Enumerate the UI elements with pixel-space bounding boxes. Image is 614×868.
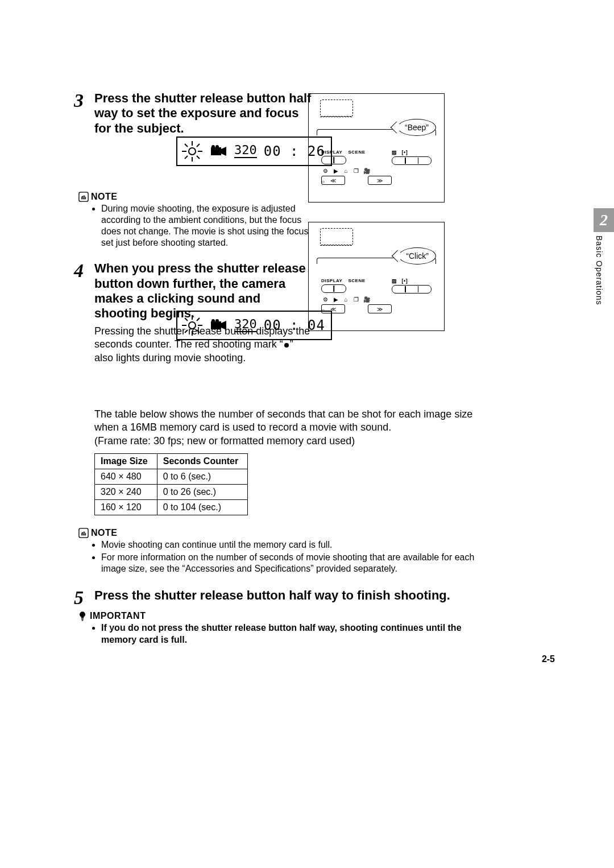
step-4: 4 When you press the shutter release but… (74, 261, 483, 321)
step-number: 4 (74, 261, 94, 280)
manual-page: 2 Basic Operations “Beep” DISPLAY SCENE (0, 0, 614, 868)
table-cell: 0 to 26 (sec.) (157, 485, 247, 500)
table-cell: 0 to 6 (sec.) (157, 469, 247, 485)
note-block-step4: NOTE Movie shooting can continue until t… (78, 528, 483, 574)
table-row: 160 × 120 0 to 104 (sec.) (95, 500, 248, 515)
table-row: 640 × 480 0 to 6 (sec.) (95, 469, 248, 485)
note-label-text: NOTE (91, 192, 117, 202)
step-5: 5 Press the shutter release button half … (74, 588, 483, 607)
table-cell: 640 × 480 (95, 469, 157, 485)
step-number: 3 (74, 91, 94, 110)
recording-time-table: Image Size Seconds Counter 640 × 480 0 t… (94, 453, 248, 515)
step-number: 5 (74, 588, 94, 607)
chapter-tab: 2 (594, 208, 614, 232)
table-cell: 160 × 120 (95, 500, 157, 515)
svg-rect-30 (81, 619, 84, 620)
note-label-text: NOTE (91, 528, 117, 538)
note-item: For more information on the number of se… (101, 552, 483, 574)
body-column: 3 Press the shutter release button half … (74, 91, 483, 646)
table-header: Seconds Counter (157, 454, 247, 469)
svg-rect-31 (82, 620, 84, 621)
step-title: Press the shutter release button half wa… (94, 91, 316, 136)
step-title: When you press the shutter release butto… (94, 261, 316, 321)
page-number: 2-5 (542, 654, 555, 664)
important-label-text: IMPORTANT (90, 611, 146, 621)
table-header-row: Image Size Seconds Counter (95, 454, 248, 469)
note-hand-icon (78, 528, 89, 538)
step4-body: Pressing the shutter release button disp… (94, 325, 310, 365)
table-intro: The table below shows the number of seco… (94, 408, 481, 448)
important-block: IMPORTANT If you do not press the shutte… (78, 611, 483, 646)
table-row: 320 × 240 0 to 26 (sec.) (95, 485, 248, 500)
step-3: 3 Press the shutter release button half … (74, 91, 483, 136)
note-block-step3: NOTE During movie shooting, the exposure… (78, 192, 483, 249)
important-item: If you do not press the shutter release … (101, 622, 483, 646)
important-bulb-icon (78, 611, 86, 621)
record-dot-icon (284, 343, 289, 348)
note-list: Movie shooting can continue until the me… (92, 539, 483, 574)
note-item: Movie shooting can continue until the me… (101, 539, 483, 551)
step-title: Press the shutter release button half wa… (94, 588, 450, 603)
body-text-part1: Pressing the shutter release button disp… (94, 325, 310, 350)
svg-point-28 (80, 611, 85, 617)
table-intro-line1: The table below shows the number of seco… (94, 408, 481, 435)
table-header: Image Size (95, 454, 157, 469)
note-item: During movie shooting, the exposure is a… (101, 203, 317, 249)
note-list: During movie shooting, the exposure is a… (92, 203, 317, 249)
chapter-title: Basic Operations (595, 235, 604, 305)
table-intro-line2: (Frame rate: 30 fps; new or formatted me… (94, 435, 481, 448)
svg-rect-29 (81, 617, 84, 618)
important-list: If you do not press the shutter release … (92, 622, 483, 646)
chapter-number: 2 (600, 211, 608, 229)
note-hand-icon (78, 192, 89, 202)
table-cell: 0 to 104 (sec.) (157, 500, 247, 515)
table-cell: 320 × 240 (95, 485, 157, 500)
